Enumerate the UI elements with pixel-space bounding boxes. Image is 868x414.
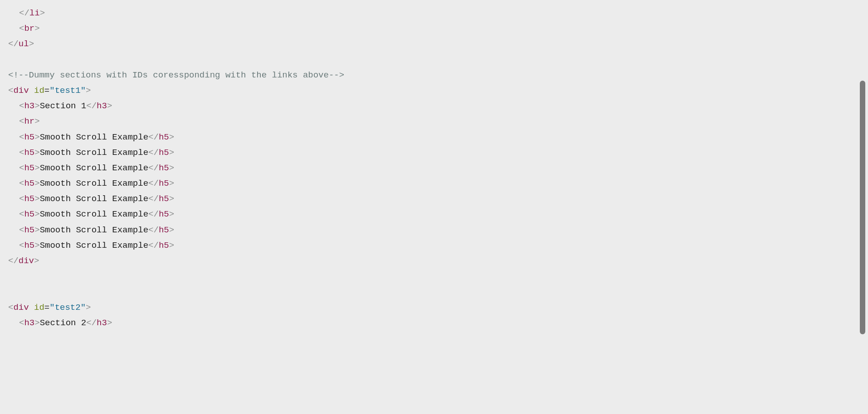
tag-name: li bbox=[29, 8, 40, 18]
tag-name: h5 bbox=[159, 194, 169, 204]
code-comment: <!--Dummy sections with IDs coresspondin… bbox=[8, 70, 344, 80]
tag-name: ul bbox=[19, 39, 29, 49]
text-content: Section 2 bbox=[40, 318, 87, 328]
tag-name: h5 bbox=[159, 163, 169, 173]
code-line: <h5>Smooth Scroll Example</h5> bbox=[8, 160, 860, 176]
tag-name: h3 bbox=[24, 101, 34, 111]
code-line: </div> bbox=[8, 253, 860, 269]
code-line: <hr> bbox=[8, 114, 860, 129]
tag-name: h5 bbox=[24, 178, 34, 188]
attr-name: id bbox=[34, 303, 44, 313]
tag-name: h3 bbox=[97, 318, 107, 328]
tag-name: h5 bbox=[159, 132, 169, 142]
code-line: <h5>Smooth Scroll Example</h5> bbox=[8, 130, 860, 145]
tag-name: h5 bbox=[24, 132, 34, 142]
text-content: Smooth Scroll Example bbox=[40, 148, 148, 158]
code-line: <br> bbox=[8, 21, 860, 36]
code-line: <h3>Section 1</h3> bbox=[8, 98, 860, 114]
code-block: </li><br></ul> <!--Dummy sections with I… bbox=[8, 5, 860, 331]
code-line: <h3>Section 2</h3> bbox=[8, 315, 860, 331]
code-line: <div id="test1"> bbox=[8, 83, 860, 98]
text-content: Smooth Scroll Example bbox=[40, 209, 148, 219]
text-content: Smooth Scroll Example bbox=[40, 178, 148, 188]
code-line: </li> bbox=[8, 5, 860, 21]
code-line: <!--Dummy sections with IDs coresspondin… bbox=[8, 67, 860, 83]
code-line: <h5>Smooth Scroll Example</h5> bbox=[8, 191, 860, 207]
attr-value: "test1" bbox=[49, 86, 86, 96]
text-content: Smooth Scroll Example bbox=[40, 241, 148, 250]
attr-value: "test2" bbox=[49, 303, 86, 313]
tag-name: h5 bbox=[24, 225, 34, 235]
tag-name: h5 bbox=[24, 194, 34, 204]
tag-name: h3 bbox=[97, 101, 107, 111]
code-line: <div id="test2"> bbox=[8, 300, 860, 315]
tag-name: h5 bbox=[159, 225, 169, 235]
tag-name: h5 bbox=[24, 209, 34, 219]
code-line: <h5>Smooth Scroll Example</h5> bbox=[8, 207, 860, 222]
tag-name: h3 bbox=[24, 318, 34, 328]
text-content: Smooth Scroll Example bbox=[40, 225, 148, 235]
text-content: Smooth Scroll Example bbox=[40, 132, 148, 142]
text-content: Section 1 bbox=[40, 101, 87, 111]
code-line: <h5>Smooth Scroll Example</h5> bbox=[8, 145, 860, 160]
tag-name: h5 bbox=[159, 148, 169, 158]
code-line bbox=[8, 52, 860, 67]
tag-name: h5 bbox=[24, 148, 34, 158]
tag-name: h5 bbox=[159, 178, 169, 188]
text-content: Smooth Scroll Example bbox=[40, 194, 148, 204]
code-line: <h5>Smooth Scroll Example</h5> bbox=[8, 238, 860, 253]
tag-name: div bbox=[13, 303, 29, 313]
tag-name: h5 bbox=[24, 163, 34, 173]
tag-name: div bbox=[13, 86, 29, 96]
tag-name: h5 bbox=[24, 241, 34, 250]
code-line bbox=[8, 269, 860, 284]
tag-name: br bbox=[24, 24, 34, 34]
text-content: Smooth Scroll Example bbox=[40, 163, 148, 173]
tag-name: h5 bbox=[159, 241, 169, 250]
tag-name: hr bbox=[24, 116, 34, 126]
tag-name: h5 bbox=[159, 209, 169, 219]
attr-name: id bbox=[34, 86, 44, 96]
code-line: </ul> bbox=[8, 36, 860, 52]
code-line: <h5>Smooth Scroll Example</h5> bbox=[8, 176, 860, 191]
scrollbar-thumb[interactable] bbox=[860, 81, 865, 334]
tag-name: div bbox=[19, 256, 34, 266]
code-line bbox=[8, 284, 860, 299]
code-line: <h5>Smooth Scroll Example</h5> bbox=[8, 222, 860, 238]
